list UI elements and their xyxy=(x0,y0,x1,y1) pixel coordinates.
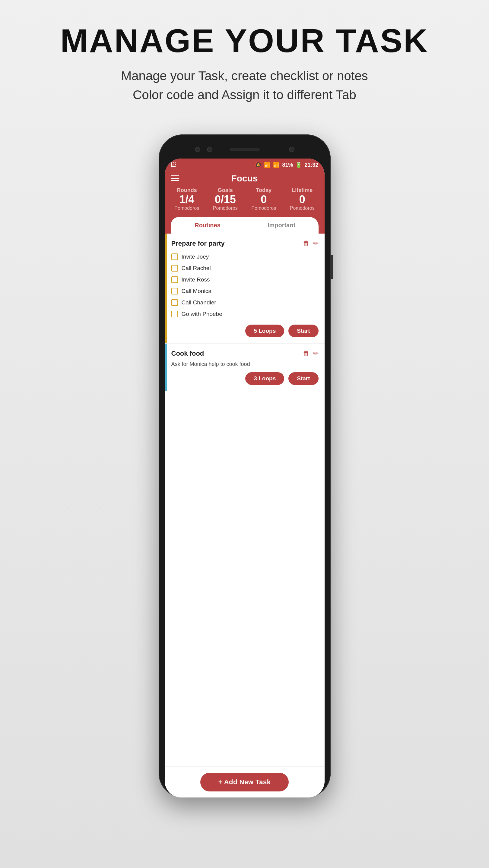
stat-rounds-label: Rounds xyxy=(174,187,199,193)
delete-task-1-button[interactable]: 🗑 xyxy=(303,240,310,247)
task-footer-2: 3 Loops Start xyxy=(171,372,319,385)
tab-routines[interactable]: Routines xyxy=(171,217,244,234)
phone-screen: 🖼 🔕 📶 📶 81% 🔋 21:32 Focus xyxy=(165,158,324,798)
task-title-1: Prepare for party xyxy=(171,240,225,247)
time-display: 21:32 xyxy=(305,162,318,168)
loops-task-1-button[interactable]: 5 Loops xyxy=(245,324,284,337)
add-new-task-button[interactable]: + Add New Task xyxy=(200,773,289,792)
checkbox-5[interactable] xyxy=(171,299,178,306)
edit-task-2-button[interactable]: ✏ xyxy=(313,350,319,358)
checklist-text-1: Invite Joey xyxy=(181,253,209,260)
delete-task-2-button[interactable]: 🗑 xyxy=(303,350,310,358)
task-card-inner-2: Cook food 🗑 ✏ Ask for Monica help to coo… xyxy=(165,350,319,385)
page-title: MANAGE YOUR TASK xyxy=(60,24,429,57)
task-color-bar-2 xyxy=(165,344,167,391)
signal-icon: 📶 xyxy=(273,161,280,168)
task-title-2: Cook food xyxy=(171,350,204,358)
start-task-1-button[interactable]: Start xyxy=(288,324,318,337)
task-header-2: Cook food 🗑 ✏ xyxy=(171,350,319,358)
app-title: Focus xyxy=(231,173,258,184)
task-actions-2: 🗑 ✏ xyxy=(303,350,319,358)
stat-goals-value: 0/15 xyxy=(213,193,238,206)
checklist-text-2: Call Rachel xyxy=(181,265,211,272)
checklist-item-2: Call Rachel xyxy=(171,262,319,274)
checklist-item-6: Go with Phoebe xyxy=(171,308,319,320)
app-header: Focus xyxy=(165,171,324,187)
front-camera-left xyxy=(195,147,200,152)
stat-today-unit: Pomodoros xyxy=(251,206,276,211)
checklist-text-6: Go with Phoebe xyxy=(181,311,222,317)
stats-row: Rounds 1/4 Pomodoros Goals 0/15 Pomodoro… xyxy=(165,187,324,217)
stat-lifetime-value: 0 xyxy=(290,193,315,206)
task-footer-1: 5 Loops Start xyxy=(171,324,319,337)
phone-notch xyxy=(165,141,324,158)
tab-important[interactable]: Important xyxy=(244,217,319,234)
stat-goals-unit: Pomodoros xyxy=(213,206,238,211)
content-area: Prepare for party 🗑 ✏ Invite Joey xyxy=(165,234,324,767)
add-task-container: + Add New Task xyxy=(165,767,324,798)
page-header: MANAGE YOUR TASK Manage your Task, creat… xyxy=(60,0,429,116)
front-camera-right xyxy=(207,147,212,152)
checklist-item-4: Call Monica xyxy=(171,285,319,297)
status-bar: 🖼 🔕 📶 📶 81% 🔋 21:32 xyxy=(165,158,324,171)
battery-percent: 81% xyxy=(282,162,293,168)
checklist-item-3: Invite Ross xyxy=(171,274,319,285)
stat-rounds: Rounds 1/4 Pomodoros xyxy=(174,187,199,211)
checklist-item-1: Invite Joey xyxy=(171,251,319,262)
mute-icon: 🔕 xyxy=(255,161,262,168)
stat-lifetime-label: Lifetime xyxy=(290,187,315,193)
stat-goals: Goals 0/15 Pomodoros xyxy=(213,187,238,211)
stat-today-label: Today xyxy=(251,187,276,193)
task-header-1: Prepare for party 🗑 ✏ xyxy=(171,240,319,247)
tabs-container: Routines Important xyxy=(165,217,324,234)
wifi-icon: 📶 xyxy=(264,161,270,168)
task-color-bar-1 xyxy=(165,234,167,343)
checkbox-4[interactable] xyxy=(171,288,178,294)
checklist-item-5: Call Chandler xyxy=(171,297,319,308)
checklist-text-3: Invite Ross xyxy=(181,276,210,283)
stat-rounds-unit: Pomodoros xyxy=(174,206,199,211)
checkbox-6[interactable] xyxy=(171,311,178,317)
front-camera-main xyxy=(289,147,294,152)
task-actions-1: 🗑 ✏ xyxy=(303,240,319,247)
start-task-2-button[interactable]: Start xyxy=(288,372,318,385)
task-card-prepare-party: Prepare for party 🗑 ✏ Invite Joey xyxy=(165,234,324,344)
checkbox-3[interactable] xyxy=(171,276,178,283)
stat-lifetime: Lifetime 0 Pomodoros xyxy=(290,187,315,211)
checklist-text-5: Call Chandler xyxy=(181,299,216,306)
battery-icon: 🔋 xyxy=(295,161,302,168)
menu-button[interactable] xyxy=(171,176,179,181)
phone-side-button xyxy=(330,255,333,279)
status-bar-right: 🔕 📶 📶 81% 🔋 21:32 xyxy=(255,161,318,168)
stat-lifetime-unit: Pomodoros xyxy=(290,206,315,211)
tabs-row: Routines Important xyxy=(171,217,319,234)
stat-rounds-value: 1/4 xyxy=(174,193,199,206)
task-card-inner-1: Prepare for party 🗑 ✏ Invite Joey xyxy=(165,240,319,337)
stat-goals-label: Goals xyxy=(213,187,238,193)
stat-today: Today 0 Pomodoros xyxy=(251,187,276,211)
task-description-2: Ask for Monica help to cook food xyxy=(171,361,319,367)
loops-task-2-button[interactable]: 3 Loops xyxy=(245,372,284,385)
status-bar-left: 🖼 xyxy=(171,162,176,168)
checklist-text-4: Call Monica xyxy=(181,288,211,294)
image-icon: 🖼 xyxy=(171,162,176,168)
phone-wrapper: 🖼 🔕 📶 📶 81% 🔋 21:32 Focus xyxy=(159,134,330,798)
phone-speaker xyxy=(230,148,260,151)
page-subtitle: Manage your Task, create checklist or no… xyxy=(60,66,429,104)
stat-today-value: 0 xyxy=(251,193,276,206)
checkbox-1[interactable] xyxy=(171,253,178,260)
task-card-cook-food: Cook food 🗑 ✏ Ask for Monica help to coo… xyxy=(165,344,324,391)
edit-task-1-button[interactable]: ✏ xyxy=(313,240,319,247)
phone-outer: 🖼 🔕 📶 📶 81% 🔋 21:32 Focus xyxy=(159,134,330,798)
checkbox-2[interactable] xyxy=(171,265,178,272)
